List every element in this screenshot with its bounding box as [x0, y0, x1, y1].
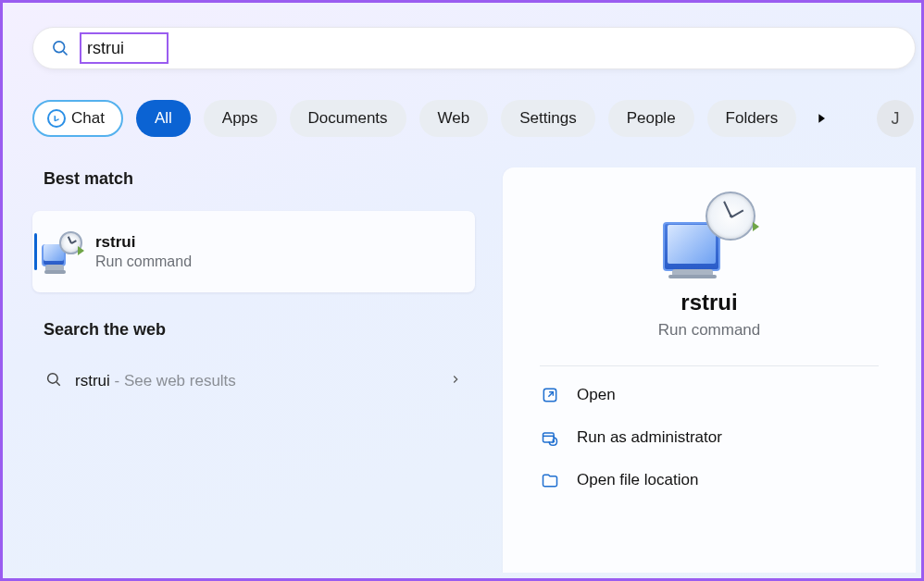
search-input[interactable]	[87, 39, 161, 58]
action-open[interactable]: Open	[540, 374, 879, 416]
more-filters-arrow-icon[interactable]	[809, 106, 833, 130]
divider	[540, 365, 879, 366]
web-result-text: rstrui - See web results	[75, 372, 236, 390]
filter-people[interactable]: People	[608, 100, 694, 137]
best-match-header: Best match	[32, 169, 475, 189]
web-term: rstrui	[75, 372, 110, 389]
action-location-label: Open file location	[577, 471, 698, 489]
bing-icon	[47, 109, 66, 128]
search-highlight-box	[80, 32, 169, 64]
web-result-row[interactable]: rstrui - See web results	[32, 362, 475, 401]
filter-apps[interactable]: Apps	[204, 100, 277, 137]
search-bar[interactable]	[32, 27, 916, 69]
best-match-text: rstrui Run command	[95, 233, 192, 270]
action-list: Open Run as administrator Open file loca…	[503, 374, 916, 501]
search-mini-icon	[45, 371, 62, 391]
search-icon	[50, 38, 70, 58]
detail-subtitle: Run command	[503, 321, 916, 340]
svg-point-0	[54, 42, 65, 53]
system-restore-icon	[42, 231, 82, 272]
avatar-initial: J	[892, 109, 900, 129]
svg-point-2	[48, 374, 58, 384]
action-open-label: Open	[577, 386, 616, 404]
filter-row: Chat All Apps Documents Web Settings Peo…	[32, 95, 916, 142]
svg-rect-5	[543, 433, 555, 442]
filter-settings[interactable]: Settings	[501, 100, 594, 137]
chat-label: Chat	[71, 109, 105, 128]
best-match-subtitle: Run command	[95, 253, 192, 270]
filter-documents[interactable]: Documents	[290, 100, 406, 137]
admin-icon	[540, 427, 560, 448]
filter-all[interactable]: All	[136, 100, 191, 137]
detail-title: rstrui	[503, 290, 916, 315]
search-panel: Chat All Apps Documents Web Settings Peo…	[0, 0, 924, 581]
best-match-title: rstrui	[95, 233, 192, 252]
user-avatar[interactable]: J	[877, 100, 914, 137]
results-column: Best match rstrui Run command Search the…	[32, 169, 475, 401]
filter-folders[interactable]: Folders	[707, 100, 797, 137]
chat-pill[interactable]: Chat	[32, 100, 123, 137]
web-suffix: - See web results	[110, 372, 236, 389]
system-restore-large-icon	[663, 192, 755, 277]
detail-panel: rstrui Run command Open Run as administr…	[503, 167, 916, 573]
chevron-right-icon	[449, 373, 462, 389]
action-run-admin[interactable]: Run as administrator	[540, 416, 879, 459]
detail-icon-wrap	[503, 192, 916, 277]
action-open-location[interactable]: Open file location	[540, 459, 879, 501]
svg-line-1	[63, 51, 67, 55]
search-web-header: Search the web	[32, 320, 475, 340]
best-match-result[interactable]: rstrui Run command	[32, 211, 475, 292]
folder-icon	[540, 470, 560, 490]
svg-line-3	[56, 382, 60, 386]
action-admin-label: Run as administrator	[577, 428, 722, 447]
open-icon	[540, 385, 560, 405]
filter-web[interactable]: Web	[419, 100, 489, 137]
